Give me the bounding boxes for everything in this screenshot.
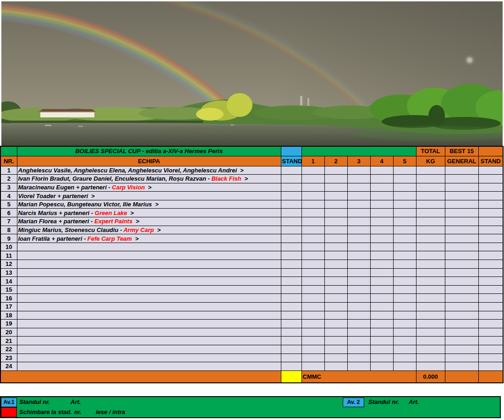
cell-stand[interactable] <box>281 362 301 371</box>
cell-round-1[interactable] <box>301 192 324 200</box>
cell-round-3[interactable] <box>347 175 370 183</box>
cell-round-2[interactable] <box>324 243 347 251</box>
cell-total-kg[interactable] <box>416 285 445 294</box>
cell-total-kg[interactable] <box>416 354 445 362</box>
cell-stand[interactable] <box>281 209 301 217</box>
cell-stand-right[interactable] <box>478 311 503 320</box>
cell-round-5[interactable] <box>393 175 416 183</box>
cell-echipa[interactable] <box>17 268 281 277</box>
cell-nr[interactable]: 10 <box>0 243 17 251</box>
cell-stand-right[interactable] <box>478 217 503 226</box>
cell-round-2[interactable] <box>324 303 347 311</box>
summary-total-kg-cell[interactable]: 0.000 <box>416 370 445 383</box>
cell-best15[interactable] <box>445 243 478 251</box>
cell-echipa[interactable]: Anghelescu Vasile, Anghelescu Elena, Ang… <box>17 166 281 175</box>
cell-round-1[interactable] <box>301 285 324 294</box>
cell-echipa[interactable] <box>17 311 281 320</box>
summary-left-cell[interactable] <box>0 370 281 383</box>
cell-total-kg[interactable] <box>416 226 445 234</box>
cell-round-2[interactable] <box>324 345 347 354</box>
header-round-1[interactable]: 1 <box>301 156 324 166</box>
cell-nr[interactable]: 8 <box>0 226 17 234</box>
cell-stand[interactable] <box>281 311 301 320</box>
cell-total-kg[interactable] <box>416 277 445 286</box>
cell-round-1[interactable] <box>301 294 324 303</box>
cell-round-2[interactable] <box>324 166 347 175</box>
cell-round-1[interactable] <box>301 260 324 269</box>
cell-round-3[interactable] <box>347 303 370 311</box>
cell-total-kg[interactable] <box>416 200 445 209</box>
cell-nr[interactable]: 13 <box>0 268 17 277</box>
cell-stand-right[interactable] <box>478 226 503 234</box>
cell-best15[interactable] <box>445 175 478 183</box>
cell-round-5[interactable] <box>393 226 416 234</box>
cell-stand[interactable] <box>281 243 301 251</box>
header-round-5[interactable]: 5 <box>393 156 416 166</box>
cell-stand[interactable] <box>281 268 301 277</box>
cell-nr[interactable]: 18 <box>0 311 17 320</box>
cell-round-3[interactable] <box>347 183 370 192</box>
cell-round-4[interactable] <box>370 260 393 269</box>
cell-echipa[interactable] <box>17 294 281 303</box>
cell-total-kg[interactable] <box>416 337 445 345</box>
cell-round-5[interactable] <box>393 260 416 269</box>
cell-nr[interactable]: 11 <box>0 251 17 260</box>
cell-echipa[interactable] <box>17 328 281 337</box>
cell-round-5[interactable] <box>393 285 416 294</box>
cell-stand-right[interactable] <box>478 337 503 345</box>
cell-round-5[interactable] <box>393 277 416 286</box>
cell-best15[interactable] <box>445 166 478 175</box>
cell-best15[interactable] <box>445 345 478 354</box>
cell-round-3[interactable] <box>347 285 370 294</box>
cell-echipa[interactable] <box>17 362 281 371</box>
cell-round-3[interactable] <box>347 268 370 277</box>
cell-round-1[interactable] <box>301 362 324 371</box>
cell-nr[interactable]: 7 <box>0 217 17 226</box>
cell-stand-right[interactable] <box>478 328 503 337</box>
cell-round-2[interactable] <box>324 192 347 200</box>
cell-round-3[interactable] <box>347 234 370 243</box>
cell-round-1[interactable] <box>301 354 324 362</box>
cell-round-1[interactable] <box>301 217 324 226</box>
cell-total-kg[interactable] <box>416 175 445 183</box>
cell-best15[interactable] <box>445 320 478 328</box>
header-total-line2[interactable]: KG <box>416 156 445 166</box>
cell-total-kg[interactable] <box>416 294 445 303</box>
cell-nr[interactable]: 21 <box>0 337 17 345</box>
cell-stand[interactable] <box>281 345 301 354</box>
cell-nr[interactable]: 15 <box>0 285 17 294</box>
cell-echipa[interactable] <box>17 345 281 354</box>
summary-stand-yellow-cell[interactable] <box>281 370 301 383</box>
cell-nr[interactable]: 1 <box>0 166 17 175</box>
cell-round-1[interactable] <box>301 320 324 328</box>
cell-echipa[interactable]: Ioan Fratila + parteneri - Fefe Carp Tea… <box>17 234 281 243</box>
header-round-3[interactable]: 3 <box>347 156 370 166</box>
cell-blue-top[interactable] <box>281 146 301 156</box>
cell-stand[interactable] <box>281 251 301 260</box>
cell-round-4[interactable] <box>370 303 393 311</box>
cell-stand-right[interactable] <box>478 354 503 362</box>
cell-total-kg[interactable] <box>416 166 445 175</box>
cell-round-1[interactable] <box>301 243 324 251</box>
cell-round-1[interactable] <box>301 234 324 243</box>
cell-round-2[interactable] <box>324 328 347 337</box>
cell-best15[interactable] <box>445 277 478 286</box>
cell-total-kg[interactable] <box>416 328 445 337</box>
cell-round-4[interactable] <box>370 362 393 371</box>
cell-stand-right[interactable] <box>478 243 503 251</box>
cell-round-3[interactable] <box>347 328 370 337</box>
cell-round-5[interactable] <box>393 337 416 345</box>
cell-round-1[interactable] <box>301 183 324 192</box>
cell-round-2[interactable] <box>324 277 347 286</box>
cell-best15[interactable] <box>445 294 478 303</box>
cell-stand[interactable] <box>281 217 301 226</box>
cell-round-1[interactable] <box>301 277 324 286</box>
cell-best15[interactable] <box>445 183 478 192</box>
cell-stand[interactable] <box>281 234 301 243</box>
cell-nr[interactable]: 9 <box>0 234 17 243</box>
cell-round-5[interactable] <box>393 183 416 192</box>
cell-round-2[interactable] <box>324 320 347 328</box>
cell-round-2[interactable] <box>324 362 347 371</box>
cell-round-4[interactable] <box>370 200 393 209</box>
cell-round-2[interactable] <box>324 311 347 320</box>
